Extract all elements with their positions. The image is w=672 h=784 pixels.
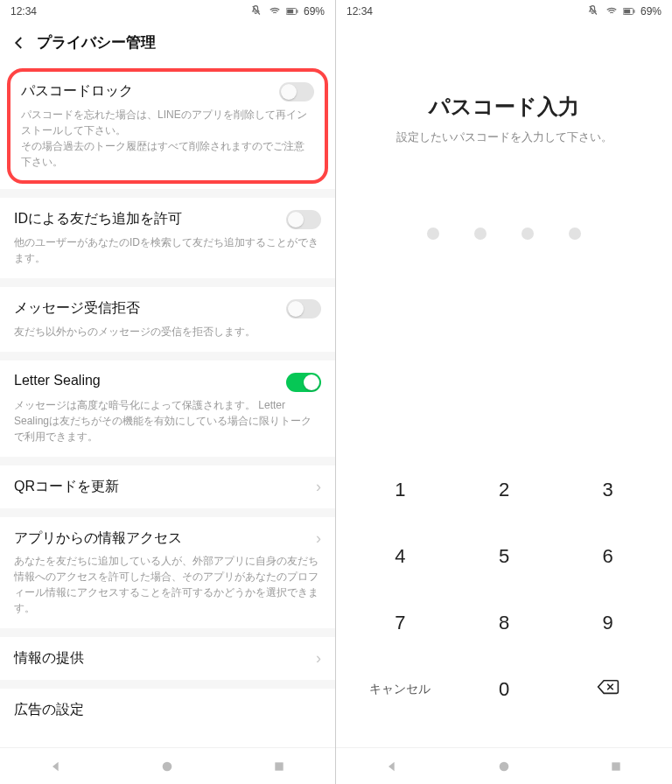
status-time: 12:34 [10, 5, 37, 18]
info-provide-title: 情報の提供 [14, 649, 316, 668]
notification-muted-icon [251, 5, 263, 18]
id-add-setting[interactable]: IDによる友だち追加を許可 他のユーザーがあなたのIDを検索して友だち追加するこ… [0, 198, 335, 278]
passcode-dots [336, 228, 672, 240]
header: プライバシー管理 [0, 23, 335, 63]
svg-rect-2 [297, 10, 298, 13]
key-0[interactable]: 0 [452, 656, 556, 723]
nav-recent-icon[interactable] [270, 758, 288, 775]
nav-recent-icon[interactable] [607, 758, 625, 775]
passcode-lock-toggle[interactable] [279, 82, 314, 102]
status-bar: 12:34 69% [336, 0, 672, 23]
passcode-entry-subtitle: 設定したいパスコードを入力して下さい。 [336, 130, 672, 145]
system-nav-bar [0, 747, 335, 784]
nav-home-icon[interactable] [158, 758, 176, 775]
battery-percent: 69% [640, 5, 662, 18]
ad-settings-title: 広告の設定 [14, 701, 321, 719]
page-title: プライバシー管理 [37, 32, 156, 52]
svg-point-3 [163, 761, 172, 771]
key-7[interactable]: 7 [348, 590, 452, 656]
key-8[interactable]: 8 [452, 590, 556, 656]
passcode-entry-title: パスコード入力 [336, 93, 672, 121]
letter-sealing-desc: メッセージは高度な暗号化によって保護されます。 Letter Sealingは友… [14, 397, 321, 444]
app-access-title: アプリからの情報アクセス [14, 529, 316, 548]
msg-reject-toggle[interactable] [286, 299, 321, 318]
msg-reject-desc: 友だち以外からのメッセージの受信を拒否します。 [14, 324, 321, 340]
key-2[interactable]: 2 [452, 457, 556, 523]
passcode-dot [427, 228, 439, 240]
key-backspace[interactable] [556, 656, 660, 723]
wifi-icon [606, 5, 618, 18]
svg-rect-9 [612, 762, 620, 770]
msg-reject-setting[interactable]: メッセージ受信拒否 友だち以外からのメッセージの受信を拒否します。 [0, 287, 335, 352]
id-add-desc: 他のユーザーがあなたのIDを検索して友だち追加することができます。 [14, 234, 321, 266]
status-time: 12:34 [346, 5, 373, 18]
notification-muted-icon [588, 5, 600, 18]
svg-rect-7 [634, 10, 634, 13]
info-provide-setting[interactable]: 情報の提供 › [0, 637, 335, 680]
letter-sealing-setting[interactable]: Letter Sealing メッセージは高度な暗号化によって保護されます。 L… [0, 360, 335, 457]
qr-refresh-title: QRコードを更新 [14, 478, 316, 496]
svg-rect-1 [287, 10, 293, 14]
passcode-dot [522, 228, 534, 240]
passcode-dot [569, 228, 581, 240]
app-access-desc: あなたを友だちに追加している人が、外部アプリに自身の友だち情報へのアクセスを許可… [14, 553, 321, 616]
passcode-lock-title: パスコードロック [21, 82, 279, 101]
svg-rect-4 [275, 762, 283, 770]
svg-rect-6 [624, 10, 630, 14]
letter-sealing-title: Letter Sealing [14, 373, 286, 388]
status-indicators: 69% [588, 5, 662, 18]
key-9[interactable]: 9 [556, 590, 660, 656]
keypad: 1 2 3 4 5 6 7 8 9 キャンセル 0 [336, 457, 672, 730]
key-4[interactable]: 4 [348, 523, 452, 590]
key-6[interactable]: 6 [556, 523, 660, 590]
back-icon[interactable] [9, 32, 30, 53]
msg-reject-title: メッセージ受信拒否 [14, 299, 286, 318]
nav-home-icon[interactable] [495, 758, 513, 775]
passcode-dot [474, 228, 486, 240]
key-1[interactable]: 1 [348, 457, 452, 523]
letter-sealing-toggle[interactable] [286, 373, 321, 392]
key-5[interactable]: 5 [452, 523, 556, 590]
nav-back-icon[interactable] [47, 758, 65, 775]
qr-refresh-setting[interactable]: QRコードを更新 › [0, 466, 335, 508]
ad-settings-setting[interactable]: 広告の設定 [0, 689, 335, 723]
status-bar: 12:34 69% [0, 0, 335, 23]
svg-point-8 [500, 761, 509, 771]
chevron-right-icon: › [316, 529, 321, 548]
app-access-setting[interactable]: アプリからの情報アクセス › あなたを友だちに追加している人が、外部アプリに自身… [0, 517, 335, 628]
chevron-right-icon: › [316, 478, 321, 496]
nav-back-icon[interactable] [383, 758, 401, 775]
battery-icon [623, 5, 635, 18]
key-cancel[interactable]: キャンセル [348, 656, 452, 723]
backspace-icon [597, 678, 620, 701]
id-add-toggle[interactable] [286, 210, 321, 229]
battery-percent: 69% [304, 5, 325, 18]
battery-icon [286, 5, 298, 18]
chevron-right-icon: › [316, 649, 321, 668]
passcode-lock-setting[interactable]: パスコードロック パスコードを忘れた場合は、LINEのアプリを削除して再インスト… [7, 68, 328, 184]
id-add-title: IDによる友だち追加を許可 [14, 210, 286, 228]
status-indicators: 69% [251, 5, 325, 18]
key-3[interactable]: 3 [556, 457, 660, 523]
system-nav-bar [336, 747, 672, 784]
passcode-lock-desc: パスコードを忘れた場合は、LINEのアプリを削除して再インストールして下さい。 … [21, 107, 314, 170]
wifi-icon [269, 5, 281, 18]
